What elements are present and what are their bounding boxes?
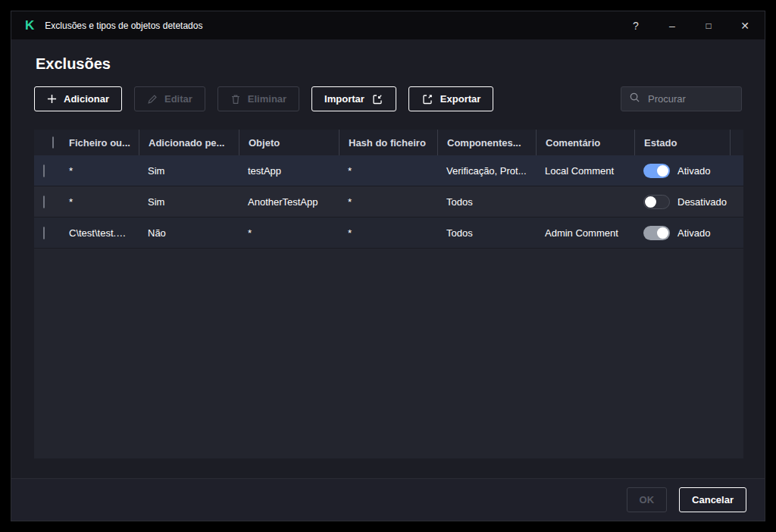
cell-added-by: Sim (139, 165, 239, 177)
cell-hash: * (339, 165, 437, 177)
ok-button[interactable]: OK (627, 487, 668, 512)
toolbar: Adicionar Editar Eliminar (34, 86, 742, 111)
cell-added-by: Sim (139, 196, 239, 208)
import-button[interactable]: Importar (311, 86, 396, 111)
column-header-added-by: Adicionado pe... (139, 130, 239, 155)
column-header-components: Componentes... (437, 130, 536, 155)
close-button[interactable]: ✕ (739, 20, 751, 32)
table-empty-area (34, 249, 743, 458)
column-header-object: Objeto (239, 130, 339, 155)
cell-components: Todos (437, 196, 536, 208)
edit-button-label: Editar (164, 93, 192, 105)
row-checkbox[interactable] (43, 196, 45, 208)
state-toggle[interactable] (643, 226, 670, 240)
import-icon (371, 93, 383, 105)
edit-button[interactable]: Editar (134, 86, 205, 111)
state-label: Desativado (677, 196, 727, 208)
window-title: Exclusões e tipos de objetos detetados (45, 20, 202, 31)
cancel-button[interactable]: Cancelar (679, 487, 746, 512)
cell-state: Ativado (634, 164, 730, 178)
table-row[interactable]: C\test\test.e... Não * * Todos Admin Com… (34, 217, 743, 249)
maximize-button[interactable]: □ (702, 20, 715, 32)
export-icon (421, 93, 433, 105)
state-toggle[interactable] (643, 164, 670, 178)
state-label: Ativado (677, 165, 710, 177)
import-button-label: Importar (324, 93, 365, 105)
column-header-state: Estado (634, 130, 730, 155)
delete-button-label: Eliminar (248, 93, 286, 105)
state-label: Ativado (677, 227, 710, 239)
cell-state: Ativado (634, 226, 730, 240)
cell-object: AnotherTestApp (239, 196, 339, 208)
cell-comment: Local Comment (536, 165, 634, 177)
minimize-button[interactable]: – (666, 20, 678, 32)
export-button-label: Exportar (440, 93, 480, 105)
cell-file: * (60, 196, 139, 208)
titlebar: K Exclusões e tipos de objetos detetados… (11, 11, 765, 39)
add-button[interactable]: Adicionar (34, 86, 122, 111)
cell-object: * (239, 227, 339, 239)
column-header-file: Ficheiro ou... (60, 130, 139, 155)
plus-icon (47, 94, 57, 104)
row-checkbox[interactable] (43, 227, 45, 239)
kaspersky-logo-icon: K (25, 19, 34, 32)
footer: OK Cancelar (11, 478, 765, 521)
table-row[interactable]: * Sim AnotherTestApp * Todos Desativado (34, 186, 743, 217)
column-header-comment: Comentário (536, 130, 634, 155)
table-header: Ficheiro ou... Adicionado pe... Objeto H… (34, 130, 743, 155)
cell-file: C\test\test.e... (60, 227, 139, 239)
column-header-hash: Hash do ficheiro (339, 130, 437, 155)
app-window: K Exclusões e tipos de objetos detetados… (11, 11, 765, 521)
toggle-knob (657, 227, 668, 239)
content-area: Exclusões Adicionar Editar (11, 39, 765, 478)
cell-added-by: Não (139, 227, 239, 239)
cell-file: * (60, 165, 139, 177)
export-button[interactable]: Exportar (408, 86, 493, 111)
cell-object: testApp (239, 165, 339, 177)
add-button-label: Adicionar (64, 93, 109, 105)
window-controls: ? – □ ✕ (630, 20, 751, 32)
cell-state: Desativado (634, 195, 730, 209)
search-input[interactable] (646, 92, 734, 105)
pencil-icon (147, 94, 158, 105)
cell-comment: Admin Comment (536, 227, 634, 239)
exclusions-table: Ficheiro ou... Adicionado pe... Objeto H… (34, 130, 743, 458)
trash-icon (230, 94, 241, 105)
cell-components: Todos (437, 227, 536, 239)
help-button[interactable]: ? (630, 20, 642, 32)
toggle-knob (645, 196, 656, 208)
toggle-knob (657, 165, 668, 177)
column-header-spacer (730, 130, 749, 155)
row-checkbox[interactable] (43, 164, 45, 177)
select-all-checkbox[interactable] (52, 136, 54, 149)
table-row[interactable]: * Sim testApp * Verificação, Prot... Loc… (34, 155, 743, 186)
cell-hash: * (339, 196, 437, 208)
search-box (621, 86, 742, 111)
search-icon (629, 92, 640, 106)
cell-components: Verificação, Prot... (437, 165, 536, 177)
page-title: Exclusões (36, 55, 740, 73)
state-toggle[interactable] (643, 195, 670, 209)
delete-button[interactable]: Eliminar (217, 86, 299, 111)
cell-hash: * (339, 227, 437, 239)
